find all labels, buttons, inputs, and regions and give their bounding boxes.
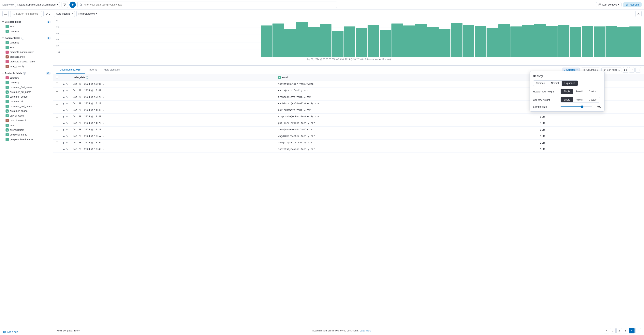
row-edit-button[interactable]: ✎ bbox=[66, 122, 68, 125]
filter-button[interactable] bbox=[62, 2, 68, 8]
field-item[interactable]: kemail bbox=[2, 45, 51, 50]
page-2-button[interactable]: 2 bbox=[616, 328, 622, 333]
field-item[interactable]: kcustomer_full_name bbox=[2, 90, 51, 94]
row-checkbox[interactable] bbox=[56, 141, 58, 144]
add-filter-button[interactable]: + bbox=[70, 2, 76, 8]
field-item[interactable]: kcustomer_id bbox=[2, 99, 51, 104]
expanded-option[interactable]: Expanded bbox=[562, 81, 578, 86]
field-item[interactable]: kcustomer_last_name bbox=[2, 104, 51, 109]
row-checkbox[interactable] bbox=[56, 148, 58, 150]
row-edit-button[interactable]: ✎ bbox=[66, 83, 68, 86]
select-all-checkbox[interactable] bbox=[56, 76, 58, 78]
row-edit-button[interactable]: ✎ bbox=[66, 128, 68, 131]
field-item[interactable]: kgeoip.city_name bbox=[2, 132, 51, 137]
field-item[interactable]: kcustomer_first_name bbox=[2, 85, 51, 90]
row-edit-button[interactable]: ✎ bbox=[66, 135, 68, 138]
auto-interval-button[interactable]: Auto interval ▾ bbox=[54, 11, 74, 17]
row-edit-button[interactable]: ✎ bbox=[66, 109, 68, 112]
settings-icon-button[interactable] bbox=[635, 11, 642, 17]
field-item[interactable]: tcategory bbox=[2, 76, 51, 80]
header-custom-option[interactable]: Custom bbox=[586, 89, 600, 94]
row-checkbox[interactable] bbox=[56, 122, 58, 124]
search-fields-input[interactable] bbox=[10, 11, 42, 17]
row-expand-button[interactable]: ▶ bbox=[63, 83, 65, 86]
breakdown-button[interactable]: No breakdown ▾ bbox=[76, 11, 100, 17]
row-checkbox[interactable] bbox=[56, 109, 58, 111]
sample-size-slider[interactable]: 400 bbox=[560, 105, 601, 108]
field-item[interactable]: kday_of_week bbox=[2, 113, 51, 118]
row-expand-button[interactable]: ▶ bbox=[63, 115, 65, 118]
row-checkbox[interactable] bbox=[56, 135, 58, 137]
row-expand-button[interactable]: ▶ bbox=[63, 109, 65, 112]
field-item[interactable]: #products.price bbox=[2, 55, 51, 59]
search-field-text[interactable] bbox=[16, 12, 40, 15]
page-4-button[interactable]: 4 bbox=[629, 328, 634, 333]
row-expand-button[interactable]: ▶ bbox=[63, 122, 65, 125]
cell-autofit-option[interactable]: Auto fit bbox=[573, 97, 586, 102]
row-edit-button[interactable]: ✎ bbox=[66, 148, 68, 151]
kql-input[interactable] bbox=[84, 3, 335, 6]
date-range-button[interactable]: Last 30 days ▾ bbox=[596, 2, 622, 7]
row-edit-button[interactable]: ✎ bbox=[66, 96, 68, 99]
filter-count-button[interactable]: 0 bbox=[44, 11, 52, 17]
header-order-date[interactable]: order_date 🕐 ↓ bbox=[70, 74, 276, 81]
row-expand-button[interactable]: ▶ bbox=[63, 89, 65, 92]
field-item[interactable]: kcustomer_gender bbox=[2, 94, 51, 99]
row-checkbox[interactable] bbox=[56, 89, 58, 92]
row-edit-button[interactable]: ✎ bbox=[66, 89, 68, 92]
load-more-link[interactable]: Load more bbox=[360, 329, 371, 332]
refresh-button[interactable]: Refresh bbox=[623, 2, 642, 7]
row-checkbox[interactable] bbox=[56, 96, 58, 98]
header-single-option[interactable]: Single bbox=[561, 89, 573, 94]
grid-view-button[interactable] bbox=[623, 67, 628, 73]
field-item[interactable]: tproducts.product_name bbox=[2, 59, 51, 64]
field-item[interactable]: kcustomer_phone bbox=[2, 109, 51, 113]
field-item[interactable]: kemail bbox=[2, 24, 51, 29]
next-page-button[interactable]: › bbox=[635, 328, 641, 333]
popular-fields-info-icon[interactable]: i bbox=[22, 37, 24, 40]
prev-page-button[interactable]: ‹ bbox=[604, 328, 609, 333]
selected-fields-header[interactable]: ▾ Selected fields 2 bbox=[2, 20, 51, 24]
cell-custom-option[interactable]: Custom bbox=[586, 97, 600, 102]
sort-fields-button[interactable]: Sort fields 1 bbox=[602, 68, 622, 72]
page-1-button[interactable]: 1 bbox=[610, 328, 616, 333]
normal-option[interactable]: Normal bbox=[548, 81, 562, 86]
field-item[interactable]: #day_of_week_i bbox=[2, 118, 51, 123]
tab-field-statistics[interactable]: Field statistics bbox=[100, 66, 123, 74]
row-edit-button[interactable]: ✎ bbox=[66, 102, 68, 105]
sidebar-toggle-button[interactable] bbox=[2, 11, 9, 17]
cell-single-option[interactable]: Single bbox=[561, 97, 573, 102]
full-screen-button[interactable] bbox=[635, 67, 641, 73]
row-expand-button[interactable]: ▶ bbox=[63, 135, 65, 138]
available-fields-header[interactable]: ▾ Available fields i 45 bbox=[2, 71, 51, 76]
row-expand-button[interactable]: ▶ bbox=[63, 128, 65, 131]
field-item[interactable]: kcurrency bbox=[2, 40, 51, 45]
header-autofit-option[interactable]: Auto fit bbox=[573, 89, 586, 94]
slider-thumb[interactable] bbox=[581, 106, 584, 108]
tab-patterns[interactable]: Patterns bbox=[85, 66, 100, 74]
row-expand-button[interactable]: ▶ bbox=[63, 102, 65, 105]
rows-per-page-selector[interactable]: Rows per page: 100 ▾ bbox=[56, 329, 80, 332]
field-item[interactable]: kgeoip.continent_name bbox=[2, 137, 51, 142]
field-item[interactable]: kevent.dataset bbox=[2, 128, 51, 132]
popular-fields-header[interactable]: ▾ Popular fields i 6 bbox=[2, 36, 51, 40]
page-3-button[interactable]: 3 bbox=[623, 328, 628, 333]
column-options-button[interactable] bbox=[629, 67, 634, 73]
add-field-button[interactable]: Add a field bbox=[0, 329, 53, 335]
field-item[interactable]: kemail bbox=[2, 123, 51, 128]
row-checkbox[interactable] bbox=[56, 128, 58, 131]
header-email[interactable]: k email bbox=[276, 74, 538, 81]
row-expand-button[interactable]: ▶ bbox=[63, 141, 65, 144]
row-expand-button[interactable]: ▶ bbox=[63, 148, 65, 151]
row-checkbox[interactable] bbox=[56, 115, 58, 118]
compact-option[interactable]: Compact bbox=[533, 81, 548, 86]
index-selector[interactable]: Kibana Sample Data eCommerce ▾ bbox=[15, 2, 60, 7]
row-checkbox[interactable] bbox=[56, 83, 58, 85]
field-item[interactable]: #total_quantity bbox=[2, 64, 51, 69]
row-expand-button[interactable]: ▶ bbox=[63, 96, 65, 99]
field-item[interactable]: kcurrency bbox=[2, 29, 51, 34]
available-fields-info-icon[interactable]: i bbox=[23, 72, 26, 75]
field-item[interactable]: tproducts.manufacturer bbox=[2, 50, 51, 55]
row-edit-button[interactable]: ✎ bbox=[66, 141, 68, 144]
tab-documents--2-015-[interactable]: Documents (2,015) bbox=[56, 66, 85, 74]
